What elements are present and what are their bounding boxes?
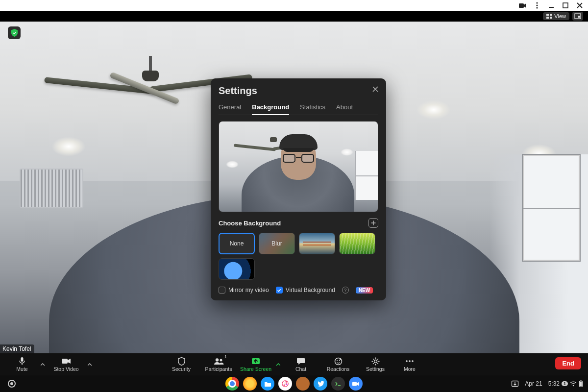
reactions-button[interactable]: Reactions xyxy=(320,353,356,375)
security-button[interactable]: Security xyxy=(163,353,199,375)
twitter-icon[interactable] xyxy=(314,377,327,391)
tray-time-group[interactable]: 5:32 1 xyxy=(548,380,583,387)
svg-point-39 xyxy=(573,385,574,386)
terminal-icon[interactable] xyxy=(331,377,345,391)
settings-title: Settings xyxy=(219,85,378,97)
share-screen-button[interactable]: Share Screen xyxy=(238,353,274,375)
svg-rect-8 xyxy=(546,17,549,19)
video-icon xyxy=(61,357,71,366)
svg-rect-41 xyxy=(580,381,582,382)
participants-count: 1 xyxy=(224,354,227,359)
encryption-shield-icon[interactable] xyxy=(8,26,21,39)
gear-icon xyxy=(371,357,380,366)
chrome-icon[interactable] xyxy=(225,377,239,391)
svg-point-2 xyxy=(536,4,538,6)
svg-line-26 xyxy=(373,359,374,360)
more-icon xyxy=(405,357,414,366)
shield-icon xyxy=(178,357,185,366)
svg-point-21 xyxy=(374,360,377,363)
battery-icon xyxy=(579,380,583,387)
bg-option-bridge[interactable] xyxy=(299,233,335,254)
svg-rect-37 xyxy=(352,382,357,386)
view-label: View xyxy=(554,13,566,19)
svg-point-19 xyxy=(337,360,338,361)
fullscreen-button[interactable] xyxy=(572,12,583,21)
maximize-icon[interactable] xyxy=(562,2,569,9)
help-icon[interactable]: ? xyxy=(342,287,349,294)
notification-count: 1 xyxy=(562,381,568,386)
svg-point-1 xyxy=(536,2,538,3)
choose-background-label: Choose Background xyxy=(219,220,281,227)
app-brown-icon[interactable] xyxy=(296,377,310,391)
tab-general[interactable]: General xyxy=(219,103,241,115)
zoom-icon[interactable] xyxy=(349,377,363,391)
svg-point-15 xyxy=(216,358,219,361)
svg-rect-6 xyxy=(546,14,549,16)
tab-about[interactable]: About xyxy=(336,103,353,115)
close-icon[interactable] xyxy=(370,84,380,94)
svg-rect-5 xyxy=(563,3,568,8)
meeting-toolbar: Mute Stop Video Security 1 Participants … xyxy=(0,353,588,375)
video-options-caret-icon[interactable] xyxy=(86,363,93,366)
chat-button[interactable]: Chat xyxy=(283,353,319,375)
background-options: None Blur xyxy=(219,233,378,280)
svg-point-32 xyxy=(412,360,414,362)
bg-option-grass[interactable] xyxy=(339,233,375,254)
os-taskbar: Apr 21 5:32 1 xyxy=(0,375,588,392)
share-icon xyxy=(251,357,261,366)
dock xyxy=(225,377,363,391)
app-orange-icon[interactable] xyxy=(243,377,257,391)
minimize-icon[interactable] xyxy=(547,2,555,9)
view-button[interactable]: View xyxy=(543,12,569,20)
svg-line-28 xyxy=(377,359,378,360)
camera-icon[interactable] xyxy=(519,2,526,9)
svg-point-16 xyxy=(220,359,222,361)
bg-option-none[interactable]: None xyxy=(219,233,255,254)
svg-point-3 xyxy=(536,7,538,8)
svg-point-30 xyxy=(406,360,408,362)
settings-button[interactable]: Settings xyxy=(357,353,393,375)
chat-icon xyxy=(296,357,305,366)
participants-button[interactable]: 1 Participants xyxy=(200,353,237,375)
svg-point-31 xyxy=(409,360,411,362)
virtual-background-label: Virtual Background xyxy=(286,287,335,294)
mirror-video-checkbox[interactable]: Mirror my video xyxy=(219,287,269,294)
tray-date[interactable]: Apr 21 xyxy=(525,380,542,387)
tab-background[interactable]: Background xyxy=(252,103,289,115)
share-options-caret-icon[interactable] xyxy=(275,363,282,366)
mute-button[interactable]: Mute xyxy=(7,353,37,375)
end-button[interactable]: End xyxy=(555,357,581,369)
svg-rect-0 xyxy=(519,3,524,8)
svg-line-29 xyxy=(373,363,374,364)
virtual-background-checkbox[interactable]: Virtual Background xyxy=(276,287,335,294)
smile-icon xyxy=(334,357,343,366)
mute-options-caret-icon[interactable] xyxy=(39,363,46,366)
mirror-video-label: Mirror my video xyxy=(228,287,269,294)
svg-point-35 xyxy=(286,384,288,385)
music-icon[interactable] xyxy=(278,377,292,391)
svg-rect-11 xyxy=(578,16,580,18)
meeting-topbar: View xyxy=(0,11,588,22)
svg-rect-7 xyxy=(550,14,552,16)
participant-name-tag: Kevin Tofel xyxy=(0,344,34,353)
settings-tabs: General Background Statistics About xyxy=(219,103,378,115)
more-button[interactable]: More xyxy=(394,353,425,375)
wifi-icon xyxy=(570,381,577,387)
settings-modal: Settings General Background Statistics A… xyxy=(211,78,386,300)
launcher-icon[interactable] xyxy=(8,380,16,388)
close-icon[interactable] xyxy=(576,2,583,9)
bg-option-earth[interactable] xyxy=(219,258,255,280)
kebab-icon[interactable] xyxy=(533,2,540,9)
screenshot-tray-icon[interactable] xyxy=(511,380,519,387)
files-icon[interactable] xyxy=(261,377,274,391)
new-badge: NEW xyxy=(356,287,373,294)
stop-video-button[interactable]: Stop Video xyxy=(48,353,84,375)
tab-statistics[interactable]: Statistics xyxy=(300,103,325,115)
os-titlebar xyxy=(0,0,588,11)
svg-point-20 xyxy=(339,360,340,361)
svg-line-27 xyxy=(377,363,378,364)
add-background-button[interactable] xyxy=(368,218,378,228)
svg-rect-9 xyxy=(550,17,552,19)
svg-rect-4 xyxy=(549,7,554,8)
bg-option-blur[interactable]: Blur xyxy=(259,233,295,254)
